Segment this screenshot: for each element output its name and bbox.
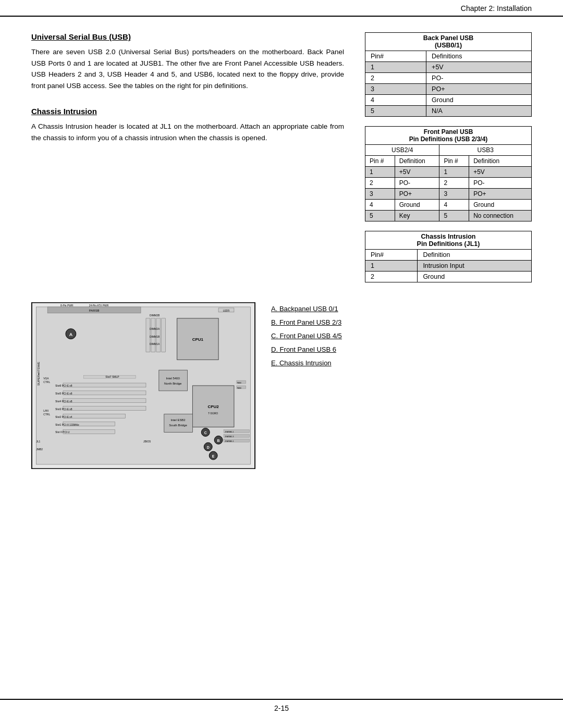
main-content: Universal Serial Bus (USB) There are sev… [0, 17, 563, 292]
svg-text:SUPER●XTDWE: SUPER●XTDWE [37, 362, 40, 386]
svg-text:CTRL: CTRL [43, 381, 50, 384]
fp-pin2-cell: 2 [439, 178, 469, 189]
svg-text:DIMM2A: DIMM2A [150, 328, 160, 330]
front-panel-table-header: Front Panel USB Pin Definitions (USB 2/3… [365, 127, 532, 145]
ci-table-header: Chassis Intrusion Pin Definitions (JL1) [365, 231, 532, 250]
svg-text:JSATA0-1: JSATA0-1 [225, 440, 234, 442]
chassis-body: A Chassis Intrusion header is located at… [31, 121, 344, 143]
svg-text:D: D [207, 446, 210, 449]
front-panel-usb-table-wrapper: Front Panel USB Pin Definitions (USB 2/3… [365, 126, 532, 221]
fp-def1-cell: PO- [395, 178, 439, 189]
svg-text:JMB2: JMB2 [36, 448, 43, 451]
svg-text:Slot1 PCI-X 133MHz: Slot1 PCI-X 133MHz [55, 424, 79, 426]
svg-text:Slot7 SMLP: Slot7 SMLP [105, 376, 119, 378]
svg-text:North Bridge: North Bridge [164, 382, 182, 385]
board-diagram: PARSB 8-Pin PWR 24-Pin ATX PWR LED5 CPU1… [31, 302, 255, 469]
svg-text:B: B [217, 439, 220, 442]
fp-pin2-cell: 4 [439, 200, 469, 211]
pin-cell: 1 [365, 62, 426, 73]
table-row: 4Ground [365, 95, 532, 106]
back-panel-col2-header: Definitions [426, 51, 532, 62]
diagram-label: E. Chassis Intrusion [271, 356, 532, 370]
svg-text:CPU2: CPU2 [208, 404, 219, 409]
back-panel-col1-header: Pin# [365, 51, 426, 62]
svg-text:Slot2 PCI-E x4: Slot2 PCI-E x4 [55, 416, 72, 418]
fp-pin1-cell: 4 [365, 200, 395, 211]
page-number: 2-15 [274, 704, 289, 712]
back-panel-usb-table: Back Panel USB (USB0/1) Pin# Definitions… [365, 32, 532, 117]
fp-pin2-cell: 1 [439, 167, 469, 178]
fp-pin2-cell: 3 [439, 189, 469, 200]
svg-rect-34 [63, 414, 125, 418]
fp-def1-cell: PO+ [395, 189, 439, 200]
diagram-label: D. Front Panel USB 6 [271, 343, 532, 356]
fp-def1-cell: Ground [395, 200, 439, 211]
def-cell: N/A [426, 106, 532, 117]
svg-rect-26 [63, 383, 146, 387]
ci-def-cell: Intrusion Input [418, 261, 532, 272]
svg-text:JBIOS: JBIOS [143, 440, 151, 443]
chassis-intrusion-table: Chassis Intrusion Pin Definitions (JL1) … [365, 231, 532, 282]
pin-cell: 5 [365, 106, 426, 117]
svg-text:DIMM2B: DIMM2B [150, 314, 160, 317]
diagram-label: C. Front Panel USB 4/5 [271, 329, 532, 343]
fp-pin1-cell: 3 [365, 189, 395, 200]
svg-text:Intel 5400: Intel 5400 [166, 377, 180, 380]
def-cell: PO- [426, 73, 532, 84]
usb-body: There are seven USB 2.0 (Universal Seria… [31, 46, 344, 91]
svg-rect-38 [63, 429, 115, 434]
ci-def-cell: Ground [418, 272, 532, 282]
pin-cell: 4 [365, 95, 426, 106]
page-footer: 2-15 [0, 699, 563, 712]
svg-text:Slot6 PCI-E x8: Slot6 PCI-E x8 [55, 385, 72, 387]
svg-text:PARSB: PARSB [89, 309, 100, 312]
svg-text:Intel ESB2: Intel ESB2 [171, 418, 186, 422]
svg-text:A: A [69, 332, 73, 337]
back-panel-usb-table-wrapper: Back Panel USB (USB0/1) Pin# Definitions… [365, 32, 532, 117]
fp-def-header-2: Definition [469, 156, 532, 167]
def-cell: PO+ [426, 84, 532, 95]
ci-col2-header: Definition [418, 250, 532, 261]
ci-col1-header: Pin# [365, 250, 418, 261]
svg-text:Slot3 PCI-E x8: Slot3 PCI-E x8 [55, 408, 72, 411]
svg-text:JSATA0-1: JSATA0-1 [225, 430, 234, 433]
svg-text:VGA: VGA [43, 377, 49, 380]
table-row: 3PO+ [365, 84, 532, 95]
table-row: 5 Key 5 No connection [365, 211, 532, 221]
table-row: 3 PO+ 3 PO+ [365, 189, 532, 200]
fp-def1-cell: Key [395, 211, 439, 221]
front-panel-usb-table: Front Panel USB Pin Definitions (USB 2/3… [365, 126, 532, 221]
table-row: 4 Ground 4 Ground [365, 200, 532, 211]
svg-text:T-SGRO: T-SGRO [208, 412, 218, 415]
usb3-header: USB3 [439, 145, 532, 156]
svg-text:Slot5 PCI-E x8: Slot5 PCI-E x8 [55, 392, 72, 395]
table-row: 1Intrusion Input [365, 261, 532, 272]
board-svg: PARSB 8-Pin PWR 24-Pin ATX PWR LED5 CPU1… [32, 303, 255, 468]
fp-pin-header-2: Pin # [439, 156, 469, 167]
svg-rect-28 [63, 391, 146, 395]
svg-rect-30 [63, 399, 146, 403]
usb24-header: USB2/4 [365, 145, 439, 156]
svg-text:Slot 0 PCI-U: Slot 0 PCI-U [55, 431, 70, 434]
svg-text:JL1: JL1 [36, 440, 40, 443]
fp-pin1-cell: 2 [365, 178, 395, 189]
fp-def2-cell: No connection [469, 211, 532, 221]
svg-text:CPU1: CPU1 [192, 337, 204, 342]
page-header: Chapter 2: Installation [0, 0, 563, 17]
fp-def2-cell: PO- [469, 178, 532, 189]
svg-rect-15 [162, 318, 166, 352]
def-cell: +5V [426, 62, 532, 73]
chassis-title: Chassis Intrusion [31, 107, 344, 116]
diagram-labels: A. Backpanel USB 0/1B. Front Panel USB 2… [271, 302, 532, 370]
back-panel-table-header: Back Panel USB (USB0/1) [365, 33, 532, 51]
def-cell: Ground [426, 95, 532, 106]
svg-rect-32 [63, 406, 146, 411]
ci-pin-cell: 1 [365, 261, 418, 272]
fp-pin1-cell: 1 [365, 167, 395, 178]
svg-rect-20 [159, 370, 188, 391]
fp-pin1-cell: 5 [365, 211, 395, 221]
svg-text:8-Pin PWR: 8-Pin PWR [60, 304, 74, 307]
usb-section: Universal Serial Bus (USB) There are sev… [31, 32, 344, 91]
svg-text:LED5: LED5 [223, 310, 230, 312]
svg-text:DIMM1B: DIMM1B [150, 336, 160, 338]
